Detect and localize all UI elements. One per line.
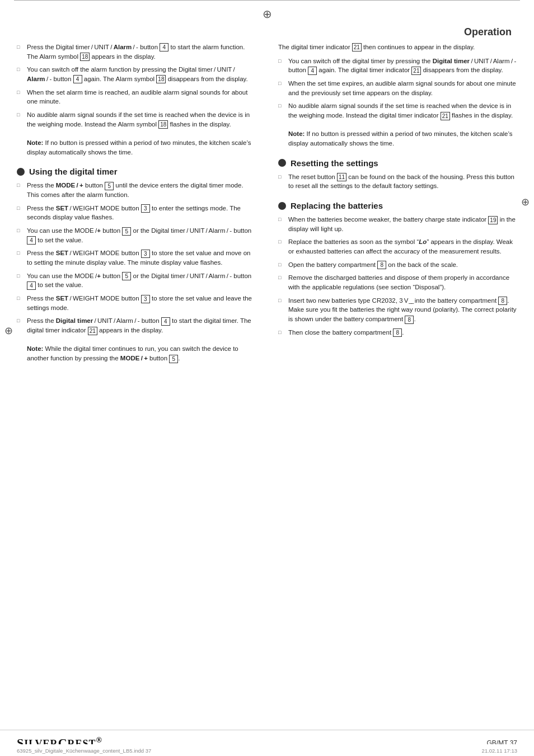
ref-19: 19	[488, 216, 498, 224]
ref-3a: 3	[141, 204, 150, 213]
bullet-marker: □	[17, 205, 27, 212]
list-item: □ Press the Digital timer / UNIT / Alarm…	[17, 43, 256, 61]
bullet-marker: □	[278, 80, 288, 87]
rb-bullet-1: When the batteries become weaker, the ba…	[288, 215, 517, 233]
rb-bullet-5: Insert two new batteries type CR2032, 3 …	[288, 296, 517, 324]
resetting-section-header: Resetting the settings	[278, 158, 517, 168]
ref-11: 11	[337, 173, 346, 181]
ref-18b: 18	[156, 75, 166, 83]
section-dot	[17, 168, 25, 176]
list-item: □ When the set time expires, an audible …	[278, 79, 517, 97]
replacing-bullet-list: □ When the batteries become weaker, the …	[278, 215, 517, 337]
file-info-right: 21.02.11 17:13	[482, 745, 517, 755]
ref-18a: 18	[80, 53, 90, 61]
top-compass-icon: ⊕	[0, 1, 534, 23]
rb-bullet-4: Remove the discharged batteries and disp…	[288, 273, 517, 292]
ref-4f: 4	[308, 67, 317, 75]
page-title: Operation	[464, 26, 512, 37]
dt-bullet-5: You can use the MODE /+ button 5 or the …	[27, 271, 256, 290]
list-item: □ You can use the MODE /+ button 5 or th…	[17, 271, 256, 290]
ref-4b: 4	[73, 75, 82, 83]
dt-bullet-7: Press the Digital timer / UNIT / Alarm /…	[27, 316, 256, 363]
right-column: The digital timer indicator 21 then cont…	[273, 43, 517, 367]
ref-8b: 8	[498, 297, 507, 305]
rt-bullet-2: When the set time expires, an audible al…	[288, 79, 517, 97]
list-item: □ Press the SET / WEIGHT MODE button 3 t…	[17, 204, 256, 222]
brand-star: ®	[96, 736, 102, 744]
rb-bullet-6: Then close the battery compartment 8.	[288, 328, 517, 337]
list-item: □ Insert two new batteries type CR2032, …	[278, 296, 517, 324]
right-compass-icon: ⊕	[521, 196, 530, 208]
ref-21a: 21	[88, 327, 97, 335]
file-info-left: 63925_silv_Digitale_Küchenwaage_content_…	[17, 745, 151, 755]
list-item: □ When the batteries become weaker, the …	[278, 215, 517, 233]
bullet-marker: □	[278, 58, 288, 65]
dt-bullet-2: Press the SET / WEIGHT MODE button 3 to …	[27, 204, 256, 222]
list-item: □ You can switch off the alarm function …	[17, 65, 256, 83]
ref-4e: 4	[161, 317, 170, 326]
dt-bullet-6: Press the SET / WEIGHT MODE button 3 to …	[27, 294, 256, 312]
left-column: □ Press the Digital timer / UNIT / Alarm…	[17, 43, 261, 367]
ref-8c: 8	[405, 316, 414, 324]
dt-continuation: The digital timer indicator 21 then cont…	[278, 43, 517, 52]
dt-bullet-1: Press the MODE / + button 5 until the de…	[27, 181, 256, 199]
bullet-marker: □	[17, 317, 27, 325]
dt-bullet-4: Press the SET / WEIGHT MODE button 3 to …	[27, 248, 256, 267]
ref-5a: 5	[105, 182, 114, 190]
list-item: □ Then close the battery compartment 8.	[278, 328, 517, 337]
bullet-marker: □	[17, 273, 27, 280]
list-item: □ Press the Digital timer / UNIT / Alarm…	[17, 316, 256, 363]
list-item: □ No audible alarm signal sounds if the …	[278, 101, 517, 148]
rt-bullet-1: You can switch off the digital timer by …	[288, 57, 517, 75]
ref-5d: 5	[169, 355, 178, 363]
ref-5c: 5	[122, 272, 131, 280]
rt-bullet-3: No audible alarm signal sounds if the se…	[288, 101, 517, 148]
digital-timer-bullet-list: □ Press the MODE / + button 5 until the …	[17, 181, 256, 363]
digital-timer-section-header: Using the digital timer	[17, 167, 256, 176]
list-item: □ Press the MODE / + button 5 until the …	[17, 181, 256, 199]
list-item: □ When the set alarm time is reached, an…	[17, 88, 256, 106]
rb-bullet-3: Open the battery compartment 8 on the ba…	[288, 260, 517, 270]
main-content: □ Press the Digital timer / UNIT / Alarm…	[0, 43, 534, 378]
list-item: □ Press the SET / WEIGHT MODE button 3 t…	[17, 294, 256, 312]
page: ⊕ Operation ⊕ ⊕ □ Press the Digital time…	[0, 0, 534, 756]
ref-21b: 21	[352, 43, 362, 51]
bullet-marker: □	[278, 216, 288, 223]
bullet-marker: □	[278, 329, 288, 336]
left-compass-icon: ⊕	[4, 325, 13, 337]
bullet-marker: □	[17, 66, 27, 73]
ref-21d: 21	[441, 112, 450, 120]
bullet-marker: □	[17, 111, 27, 119]
alarm-bullet-4: No audible alarm signal sounds if the se…	[27, 110, 256, 157]
alarm-bullet-list: □ Press the Digital timer / UNIT / Alarm…	[17, 43, 256, 157]
ref-18c: 18	[158, 120, 168, 129]
bullet-marker: □	[278, 238, 288, 246]
ref-21c: 21	[411, 67, 421, 75]
alarm-bullet-1: Press the Digital timer / UNIT / Alarm /…	[27, 43, 256, 61]
bullet-marker: □	[278, 173, 288, 181]
rb-bullet-2: Replace the batteries as soon as the sym…	[288, 237, 517, 256]
file-info-bar: 63925_silv_Digitale_Küchenwaage_content_…	[0, 744, 534, 756]
bullet-marker: □	[278, 261, 288, 269]
rs-bullet-1: The reset button 11 can be found on the …	[288, 172, 517, 191]
section-dot-reset	[278, 159, 286, 167]
bullet-marker: □	[278, 102, 288, 110]
bullet-marker: □	[17, 182, 27, 189]
resetting-bullet-list: □ The reset button 11 can be found on th…	[278, 172, 517, 191]
ref-3b: 3	[141, 250, 150, 258]
list-item: □ Open the battery compartment 8 on the …	[278, 260, 517, 270]
page-header: Operation	[0, 23, 534, 43]
alarm-bullet-3: When the set alarm time is reached, an a…	[27, 88, 256, 106]
section-dot-battery	[278, 202, 286, 210]
list-item: □ You can use the MODE /+ button 5 or th…	[17, 226, 256, 245]
list-item: □ The reset button 11 can be found on th…	[278, 172, 517, 191]
replacing-title: Replacing the batteries	[291, 201, 383, 210]
ref-8d: 8	[393, 328, 402, 337]
replacing-section-header: Replacing the batteries	[278, 201, 517, 210]
list-item: □ Remove the discharged batteries and di…	[278, 273, 517, 292]
bullet-marker: □	[17, 89, 27, 96]
list-item: □ No audible alarm signal sounds if the …	[17, 110, 256, 157]
alarm-bullet-2: You can switch off the alarm function by…	[27, 65, 256, 83]
ref-4: 4	[160, 43, 168, 51]
bullet-marker: □	[17, 227, 27, 234]
